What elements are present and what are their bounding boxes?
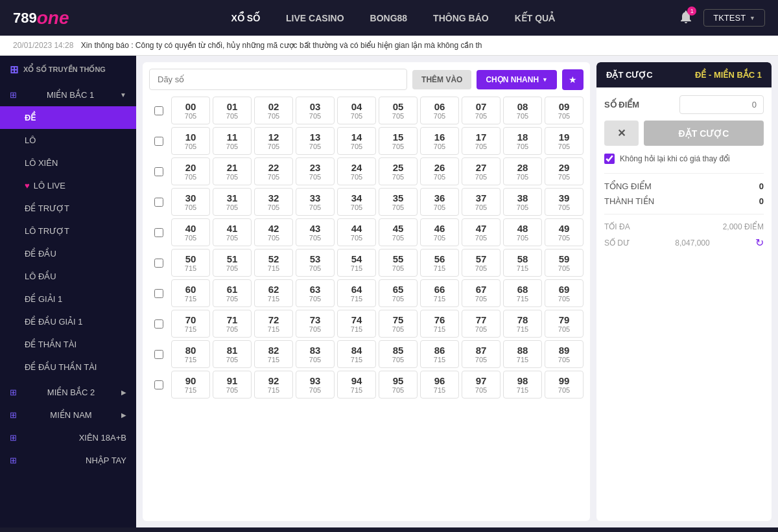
sidebar-item-de-than-tai[interactable]: ĐỀ THẦN TÀI: [0, 333, 136, 356]
num-cell-09[interactable]: 09705: [545, 97, 584, 124]
num-cell-02[interactable]: 02705: [254, 97, 293, 124]
num-cell-19[interactable]: 19705: [545, 127, 584, 155]
num-cell-54[interactable]: 54715: [337, 249, 376, 277]
num-cell-63[interactable]: 63705: [296, 279, 335, 307]
num-cell-48[interactable]: 48705: [503, 218, 542, 246]
num-cell-32[interactable]: 32705: [254, 188, 293, 216]
num-cell-26[interactable]: 26705: [420, 157, 459, 185]
row-checkbox-0[interactable]: [154, 106, 163, 115]
num-cell-66[interactable]: 66715: [420, 279, 459, 307]
num-cell-82[interactable]: 82715: [254, 340, 293, 368]
num-cell-08[interactable]: 08705: [503, 97, 542, 124]
num-cell-81[interactable]: 81705: [213, 340, 252, 368]
num-cell-52[interactable]: 52715: [254, 249, 293, 277]
chon-nhanh-button[interactable]: CHỌN NHANH: [477, 70, 557, 89]
nav-xo-so[interactable]: XỔ SỐ: [231, 10, 260, 27]
sidebar-item-lo[interactable]: LÔ: [0, 129, 136, 152]
num-cell-97[interactable]: 97705: [462, 371, 501, 399]
dat-cuoc-button[interactable]: ĐẶT CƯỢC: [644, 121, 764, 146]
num-cell-46[interactable]: 46705: [420, 218, 459, 246]
num-cell-44[interactable]: 44705: [337, 218, 376, 246]
num-cell-40[interactable]: 40705: [171, 218, 210, 246]
num-cell-78[interactable]: 78715: [503, 310, 542, 338]
sidebar-item-mien-bac-1[interactable]: ⊞ MIỀN BẮC 1 ▼: [0, 84, 136, 106]
row-checkbox-9[interactable]: [154, 380, 163, 389]
sidebar-item-nhap-tay[interactable]: ⊞ NHẬP TAY: [0, 449, 136, 472]
num-cell-67[interactable]: 67705: [462, 279, 501, 307]
num-cell-93[interactable]: 93705: [296, 371, 335, 399]
num-cell-75[interactable]: 75705: [379, 310, 418, 338]
num-cell-62[interactable]: 62715: [254, 279, 293, 307]
num-cell-24[interactable]: 24705: [337, 157, 376, 185]
sidebar-item-lo-xien[interactable]: LÔ XIÊN: [0, 152, 136, 174]
num-cell-00[interactable]: 00705: [171, 97, 210, 124]
no-ask-checkbox[interactable]: [604, 154, 615, 164]
num-cell-58[interactable]: 58715: [503, 249, 542, 277]
num-cell-73[interactable]: 73705: [296, 310, 335, 338]
num-cell-61[interactable]: 61705: [213, 279, 252, 307]
num-cell-95[interactable]: 95705: [379, 371, 418, 399]
num-cell-43[interactable]: 43705: [296, 218, 335, 246]
row-checkbox-8[interactable]: [154, 350, 163, 359]
num-cell-06[interactable]: 06705: [420, 97, 459, 124]
num-cell-91[interactable]: 91705: [213, 371, 252, 399]
num-cell-38[interactable]: 38705: [503, 188, 542, 216]
sidebar-item-de-dau-than-tai[interactable]: ĐỀ ĐẦU THẦN TÀI: [0, 356, 136, 378]
num-cell-99[interactable]: 99705: [545, 371, 584, 399]
sidebar-item-de-dau[interactable]: ĐỀ ĐẦU: [0, 242, 136, 265]
num-cell-03[interactable]: 03705: [296, 97, 335, 124]
num-cell-51[interactable]: 51705: [213, 249, 252, 277]
row-checkbox-3[interactable]: [154, 198, 163, 207]
num-cell-23[interactable]: 23705: [296, 157, 335, 185]
num-cell-80[interactable]: 80715: [171, 340, 210, 368]
num-cell-55[interactable]: 55705: [379, 249, 418, 277]
num-cell-70[interactable]: 70715: [171, 310, 210, 338]
num-cell-56[interactable]: 56715: [420, 249, 459, 277]
num-cell-04[interactable]: 04705: [337, 97, 376, 124]
num-cell-85[interactable]: 85705: [379, 340, 418, 368]
num-cell-14[interactable]: 14705: [337, 127, 376, 155]
star-button[interactable]: ★: [562, 69, 584, 90]
num-cell-15[interactable]: 15705: [379, 127, 418, 155]
num-cell-50[interactable]: 50715: [171, 249, 210, 277]
num-cell-79[interactable]: 79705: [545, 310, 584, 338]
num-cell-34[interactable]: 34705: [337, 188, 376, 216]
row-checkbox-5[interactable]: [154, 259, 163, 268]
num-cell-31[interactable]: 31705: [213, 188, 252, 216]
sidebar-item-lo-live[interactable]: ♥LÔ LIVE: [0, 174, 136, 197]
num-cell-27[interactable]: 27705: [462, 157, 501, 185]
num-cell-21[interactable]: 21705: [213, 157, 252, 185]
num-cell-98[interactable]: 98715: [503, 371, 542, 399]
day-so-input[interactable]: [149, 69, 407, 90]
num-cell-53[interactable]: 53705: [296, 249, 335, 277]
sidebar-item-de-giai-1[interactable]: ĐỀ GIẢI 1: [0, 288, 136, 310]
row-checkbox-1[interactable]: [154, 137, 163, 146]
num-cell-74[interactable]: 74715: [337, 310, 376, 338]
sidebar-item-de-dau-giai-1[interactable]: ĐỀ ĐẦU GIẢI 1: [0, 310, 136, 333]
num-cell-45[interactable]: 45705: [379, 218, 418, 246]
num-cell-10[interactable]: 10705: [171, 127, 210, 155]
num-cell-76[interactable]: 76715: [420, 310, 459, 338]
them-vao-button[interactable]: THÊM VÀO: [412, 70, 471, 89]
num-cell-59[interactable]: 59705: [545, 249, 584, 277]
num-cell-22[interactable]: 22705: [254, 157, 293, 185]
row-checkbox-4[interactable]: [154, 228, 163, 237]
num-cell-16[interactable]: 16705: [420, 127, 459, 155]
num-cell-11[interactable]: 11705: [213, 127, 252, 155]
sidebar-item-de-truot[interactable]: ĐỀ TRƯỢT: [0, 197, 136, 220]
nav-live-casino[interactable]: LIVE CASINO: [286, 10, 344, 27]
num-cell-07[interactable]: 07705: [462, 97, 501, 124]
num-cell-20[interactable]: 20705: [171, 157, 210, 185]
num-cell-12[interactable]: 12705: [254, 127, 293, 155]
num-cell-33[interactable]: 33705: [296, 188, 335, 216]
num-cell-84[interactable]: 84715: [337, 340, 376, 368]
refresh-icon[interactable]: ↻: [755, 237, 764, 249]
num-cell-49[interactable]: 49705: [545, 218, 584, 246]
x-button[interactable]: ✕: [604, 121, 639, 146]
num-cell-77[interactable]: 77705: [462, 310, 501, 338]
num-cell-60[interactable]: 60715: [171, 279, 210, 307]
num-cell-71[interactable]: 71705: [213, 310, 252, 338]
num-cell-25[interactable]: 25705: [379, 157, 418, 185]
row-checkbox-2[interactable]: [154, 167, 163, 176]
num-cell-47[interactable]: 47705: [462, 218, 501, 246]
